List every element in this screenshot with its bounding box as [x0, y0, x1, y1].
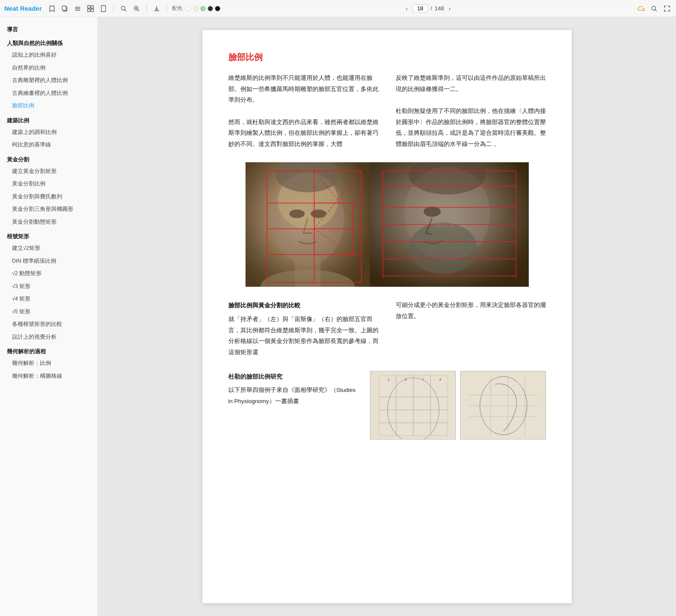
sidebar-item-cog-preference[interactable]: 認知上的比例喜好 — [0, 49, 97, 62]
toolbar: Neat Reader — [0, 0, 676, 17]
fullscreen-icon[interactable] — [662, 4, 672, 13]
bottom-right-col: 可細分成更小的黃金分割矩形，用來決定臉部各器官的擺放位置。 — [396, 300, 546, 358]
svg-rect-4 — [75, 10, 80, 11]
svg-point-24 — [289, 209, 305, 218]
sidebar-section-intro: 導言 — [0, 21, 97, 35]
color-dot-dark[interactable] — [208, 6, 213, 11]
sidebar-item-golden-triangle[interactable]: 黃金分割三角形與橢圓形 — [0, 203, 97, 216]
lower-text-col: 杜勒的臉部比例研究 以下所舉四個例子來自《面相學研究》（Studies in P… — [228, 371, 361, 440]
bottom-left-text: 就「持矛者」（左）與「宙斯像」（右）的臉部五官而言，其比例都符合維楚維斯準則，幾… — [228, 314, 379, 358]
color-dot-green[interactable] — [200, 6, 206, 11]
sidebar-item-golden-dynamic[interactable]: 黃金分割動態矩形 — [0, 216, 97, 229]
sidebar-item-arch-harmony[interactable]: 建築上的調和比例 — [0, 126, 97, 139]
lower-images: 1 2 7 4 — [370, 371, 546, 440]
lower-section-title: 杜勒的臉部比例研究 — [228, 371, 361, 382]
color-dot-white[interactable] — [186, 6, 191, 11]
svg-point-16 — [652, 6, 656, 10]
sidebar-item-root2[interactable]: 建立√2矩形 — [0, 242, 97, 255]
color-label: 配色 — [172, 5, 182, 12]
app-name: Neat Reader — [4, 5, 42, 12]
sidebar-item-golden-fibonacci[interactable]: 黃金分割與費氏數列 — [0, 191, 97, 203]
color-dot-darkest[interactable] — [215, 6, 220, 11]
sidebar-item-root4[interactable]: √4 矩形 — [0, 293, 97, 306]
para1-left: 維楚維斯的比例準則不只能運用於人體，也能運用在臉部。例如一些希臘羅馬時期雕塑的臉… — [228, 73, 379, 106]
sketch-image-1: 1 2 7 4 — [370, 371, 456, 440]
bust-left-image — [246, 162, 370, 287]
svg-rect-1 — [62, 6, 66, 10]
sidebar-section-proportions: 人類與自然的比例關係 — [0, 35, 97, 49]
svg-rect-65 — [461, 371, 546, 440]
sidebar-item-geo-composition[interactable]: 幾何解析：構圖格線 — [0, 370, 97, 383]
svg-line-13 — [137, 9, 139, 11]
svg-text:4: 4 — [439, 377, 441, 382]
para1-left2: 然而，就杜勒與達文西的作品來看，雖然兩者都以維楚維斯準則繪製人體比例，但在臉部比… — [228, 117, 379, 150]
intro-text-section: 維楚維斯的比例準則不只能運用於人體，也能運用在臉部。例如一些希臘羅馬時期雕塑的臉… — [228, 73, 546, 149]
zoom-search-icon[interactable] — [132, 4, 141, 13]
para1-right: 反映了維楚維斯準則，這可以由這件作品的原始草稿所出現的比例線條獲得一二。 — [396, 73, 546, 94]
sidebar-item-root-compare[interactable]: 各種根號矩形的比較 — [0, 318, 97, 331]
sidebar-item-root5[interactable]: √5 矩形 — [0, 306, 97, 319]
page-title: 臉部比例 — [228, 52, 546, 63]
face-right — [370, 162, 529, 287]
sidebar: 導言 人類與自然的比例關係 認知上的比例喜好 自然界的比例 古典雕塑裡的人體比例… — [0, 17, 98, 616]
page-separator: / — [430, 5, 432, 12]
svg-line-11 — [124, 9, 126, 11]
sidebar-item-face[interactable]: 臉部比例 — [0, 100, 97, 112]
intro-right-col: 反映了維楚維斯準則，這可以由這件作品的原始草稿所出現的比例線條獲得一二。 杜勒則… — [396, 73, 546, 149]
intro-left-col: 維楚維斯的比例準則不只能運用於人體，也能運用在臉部。例如一些希臘羅馬時期雕塑的臉… — [228, 73, 379, 149]
svg-line-17 — [655, 9, 657, 11]
prev-page-button[interactable]: ‹ — [403, 4, 410, 13]
menu-icon[interactable] — [73, 4, 82, 13]
page-number-input[interactable] — [412, 4, 428, 12]
page-document: 臉部比例 維楚維斯的比例準則不只能運用於人體，也能運用在臉部。例如一些希臘羅馬時… — [203, 30, 572, 603]
sidebar-section-geometry: 幾何解析的過程 — [0, 343, 97, 357]
sidebar-item-sculpture[interactable]: 古典雕塑裡的人體比例 — [0, 74, 97, 87]
lower-section: 杜勒的臉部比例研究 以下所舉四個例子來自《面相學研究》（Studies in P… — [228, 371, 546, 440]
toolbar-search-icon[interactable] — [649, 4, 659, 13]
search-icon[interactable] — [119, 4, 128, 13]
sidebar-section-root: 根號矩形 — [0, 228, 97, 242]
sidebar-item-geo-proportion[interactable]: 幾何解析：比例 — [0, 357, 97, 370]
next-page-button[interactable]: › — [446, 4, 453, 13]
bottom-section-title: 臉部比例與黃金分割的比較 — [228, 300, 379, 311]
sidebar-item-nature[interactable]: 自然界的比例 — [0, 62, 97, 75]
sketch-image-2 — [460, 371, 546, 440]
single-page-icon[interactable] — [99, 4, 108, 13]
sidebar-item-din[interactable]: DIN 標準紙張比例 — [0, 255, 97, 268]
bookmark-icon[interactable] — [47, 4, 57, 13]
divider1 — [113, 4, 114, 13]
face-left — [246, 162, 370, 287]
svg-rect-8 — [91, 9, 94, 12]
svg-rect-5 — [88, 6, 90, 8]
sidebar-item-corb[interactable]: 柯比意的基準線 — [0, 139, 97, 152]
copy-icon[interactable] — [60, 4, 70, 13]
divider3 — [167, 4, 167, 13]
grid-icon[interactable] — [86, 4, 95, 13]
svg-rect-9 — [101, 6, 106, 12]
color-dots — [186, 6, 220, 11]
svg-rect-6 — [91, 6, 94, 8]
svg-text:1: 1 — [388, 377, 390, 382]
sidebar-item-golden-ratio[interactable]: 黃金分割比例 — [0, 178, 97, 191]
app-body: 導言 人類與自然的比例關係 認知上的比例喜好 自然界的比例 古典雕塑裡的人體比例… — [0, 17, 676, 616]
sidebar-item-painting[interactable]: 古典繪畫裡的人體比例 — [0, 87, 97, 100]
bottom-left-col: 臉部比例與黃金分割的比較 就「持矛者」（左）與「宙斯像」（右）的臉部五官而言，其… — [228, 300, 379, 358]
bust-images-section: satura. cn — [228, 162, 546, 287]
page-total: 148 — [435, 5, 444, 12]
sidebar-item-root2-dynamic[interactable]: √2 動態矩形 — [0, 267, 97, 280]
sidebar-item-root3[interactable]: √3 矩形 — [0, 280, 97, 293]
download-icon[interactable] — [152, 4, 161, 13]
bottom-caption-section: 臉部比例與黃金分割的比較 就「持矛者」（左）與「宙斯像」（右）的臉部五官而言，其… — [228, 300, 546, 358]
svg-rect-49 — [370, 371, 456, 440]
cloud-icon[interactable] — [637, 4, 646, 13]
main-content[interactable]: 臉部比例 維楚維斯的比例準則不只能運用於人體，也能運用在臉部。例如一些希臘羅馬時… — [98, 17, 676, 616]
svg-point-39 — [424, 206, 441, 217]
bust-right-image: satura. cn — [370, 162, 529, 287]
bottom-right-text: 可細分成更小的黃金分割矩形，用來決定臉部各器官的擺放位置。 — [396, 300, 546, 322]
sidebar-item-visual-analysis[interactable]: 設計上的視覺分析 — [0, 331, 97, 344]
red-grid-left — [246, 162, 370, 287]
svg-point-10 — [121, 6, 125, 10]
svg-rect-3 — [75, 8, 80, 9]
color-dot-cream[interactable] — [193, 6, 198, 11]
sidebar-item-golden-rect[interactable]: 建立黃金分割矩形 — [0, 165, 97, 178]
